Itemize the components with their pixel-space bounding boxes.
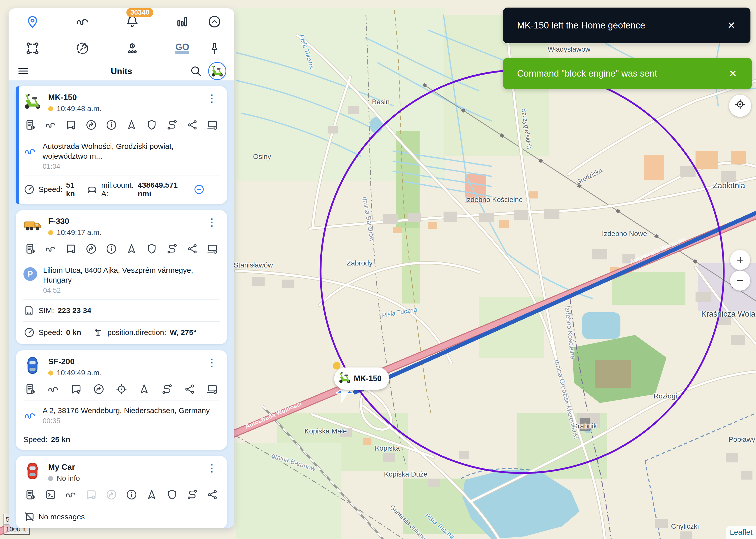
unit-time: No info (57, 474, 80, 483)
direction-icon (92, 327, 104, 338)
unit-card-sf-200[interactable]: SF-200 10:49:49 a.m. ⋮ A 2, 38176 Wendeb… (16, 350, 227, 450)
share-icon[interactable] (186, 119, 198, 131)
follow-icon[interactable] (146, 489, 158, 501)
toolbar-driver-icon[interactable] (125, 41, 139, 56)
nomsg-icon (24, 511, 35, 523)
toolbar-bars-icon[interactable] (175, 14, 190, 29)
unit-card-mk-150[interactable]: MK-150 10:49:48 a.m. ⋮ Autostrada Wolnoś… (16, 86, 227, 204)
track-icon[interactable] (44, 119, 57, 131)
active-unit-avatar[interactable] (208, 62, 226, 80)
share-icon[interactable] (186, 243, 198, 255)
terminal-icon[interactable] (44, 489, 57, 501)
divider (23, 260, 220, 260)
toolbar-go-icon[interactable]: GO (175, 41, 190, 56)
monitor-icon[interactable] (207, 383, 218, 395)
menu-icon[interactable] (17, 64, 30, 78)
toolbar-wrench-icon[interactable] (75, 41, 90, 56)
unit-address: Autostrada Wolności, Grodziski powiat, w… (42, 141, 219, 161)
messages-icon[interactable] (70, 383, 82, 395)
follow-icon[interactable] (138, 383, 150, 395)
track-icon[interactable] (44, 243, 57, 255)
follow-icon[interactable] (126, 243, 137, 255)
share-icon[interactable] (207, 489, 218, 501)
toolbar-geofence-icon[interactable] (25, 41, 40, 56)
truck-icon (24, 216, 42, 234)
status-dot (48, 106, 53, 111)
track-icon (24, 145, 37, 158)
report-icon[interactable] (25, 243, 37, 255)
divider (23, 176, 220, 176)
messages-icon[interactable] (65, 119, 77, 131)
monitor-icon[interactable] (207, 243, 218, 255)
navigate-icon[interactable] (93, 383, 105, 395)
monitor-icon[interactable] (207, 119, 218, 131)
marker-tail (340, 388, 355, 406)
report-icon[interactable] (25, 119, 37, 131)
info-icon[interactable] (126, 489, 137, 501)
shield-icon[interactable] (166, 489, 178, 501)
unit-card-f-330[interactable]: F-330 10:49:17 a.m. ⋮ P Liliom Utca, 840… (16, 210, 227, 344)
units-header: Units (9, 62, 234, 81)
route-icon[interactable] (161, 383, 173, 395)
toolbar-track-icon[interactable] (75, 14, 90, 29)
track-icon[interactable] (65, 489, 77, 501)
divider (23, 136, 220, 136)
unit-stats: Speed: 25 kn (24, 435, 219, 444)
kebab-menu-icon[interactable]: ⋮ (205, 462, 219, 474)
sidebar-panel: 30340 GO Units MK-150 10:49:48 a.m. ⋮ Au… (9, 8, 234, 528)
collapse-panel-button[interactable] (207, 14, 222, 30)
stat-value: 25 kn (51, 435, 70, 444)
info-icon[interactable] (105, 243, 118, 255)
unit-address: Liliom Utca, 8400 Ajka, Veszprém vármegy… (43, 265, 219, 285)
toolbar-bell-icon[interactable]: 30340 (125, 14, 139, 29)
pin-panel-button[interactable] (207, 41, 222, 57)
unit-card-my-car[interactable]: My Car No info ⋮ No messages (16, 456, 227, 528)
route-icon[interactable] (186, 489, 198, 501)
kebab-menu-icon[interactable]: ⋮ (205, 92, 219, 104)
toast-command-sent: Command "block engine" was sent ✕ (503, 58, 752, 89)
divider (23, 321, 220, 322)
car-red-icon (24, 462, 42, 480)
map-unit-marker[interactable]: MK-150 (334, 367, 389, 390)
shield-icon[interactable] (146, 119, 158, 131)
unit-time: 10:49:48 a.m. (57, 105, 101, 113)
zoom-out-button[interactable]: − (730, 270, 750, 291)
messages-icon[interactable] (65, 243, 77, 255)
kebab-menu-icon[interactable]: ⋮ (205, 356, 219, 368)
share-icon[interactable] (184, 383, 196, 395)
report-icon[interactable] (25, 383, 37, 395)
scooter-icon (24, 92, 42, 110)
crosshair-icon[interactable] (116, 383, 127, 395)
stat-value: 51 kn (66, 181, 75, 198)
report-icon[interactable] (25, 489, 37, 501)
kebab-menu-icon[interactable]: ⋮ (205, 216, 219, 228)
close-icon[interactable]: ✕ (726, 20, 736, 31)
stat-label: No messages (39, 512, 85, 521)
route-icon[interactable] (166, 119, 178, 131)
car-blue-icon (24, 356, 42, 374)
search-icon[interactable] (190, 65, 202, 77)
toast-text: MK-150 left the Home geofence (517, 20, 726, 31)
unit-name: MK-150 (48, 93, 101, 102)
stat-value: W, 275° (170, 328, 196, 337)
speedometer-icon (24, 327, 35, 338)
close-icon[interactable]: ✕ (728, 68, 738, 79)
address-duration: 01:04 (42, 162, 219, 171)
status-dot (48, 476, 53, 481)
divider (23, 430, 220, 430)
route-icon[interactable] (166, 243, 178, 255)
address-duration: 04:52 (43, 286, 219, 294)
navigate-icon (105, 489, 118, 501)
toolbar-pin-icon[interactable] (25, 14, 40, 29)
navigate-icon[interactable] (85, 243, 97, 255)
map-attribution[interactable]: Leaflet (726, 526, 756, 539)
follow-icon[interactable] (126, 119, 137, 131)
zoom-in-button[interactable]: + (730, 250, 750, 270)
shield-icon[interactable] (146, 243, 158, 255)
info-icon[interactable] (105, 119, 118, 131)
locate-button[interactable] (729, 95, 751, 117)
marker-label: MK-150 (354, 374, 381, 383)
navigate-icon[interactable] (85, 119, 97, 131)
messages-icon (85, 489, 97, 501)
track-icon[interactable] (47, 383, 59, 395)
